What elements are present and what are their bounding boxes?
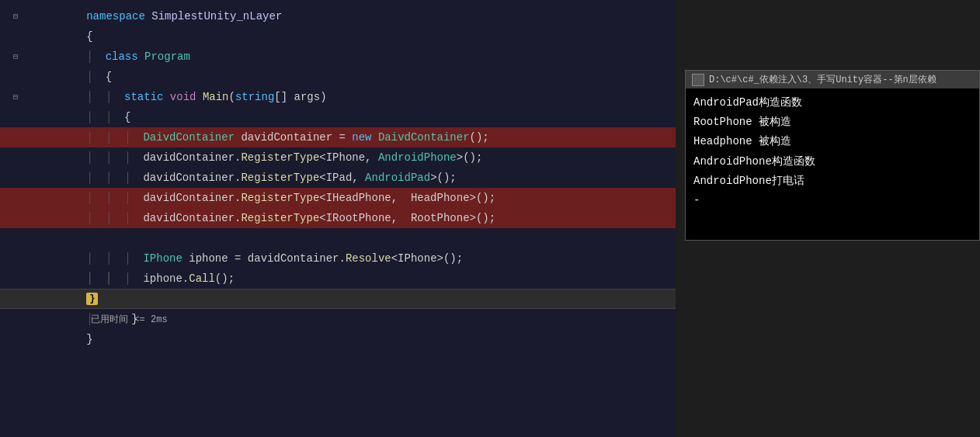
output-titlebar: D:\c#\c#_依赖注入\3、手写Unity容器--第n层依赖 (686, 71, 979, 88)
code-line-11: │││davidContainer.RegisterType<IRootPhon… (0, 208, 676, 228)
collapse-5[interactable]: ⊟ (13, 92, 18, 102)
output-content: AndroidPad构造函数 RootPhone 被构造 Headphone 被… (686, 88, 979, 215)
output-line-2: RootPhone 被构造 (693, 113, 971, 132)
output-line-3: Headphone 被构造 (693, 132, 971, 151)
gutter-5: ⊟ (0, 92, 31, 102)
output-line-5: AndroidPhone打电话 (693, 172, 971, 191)
editor-area: ⊟ namespace SimplestUnity_nLayer { ⊟ │cl… (0, 0, 676, 437)
output-icon (692, 74, 704, 86)
code-line-17: } (0, 329, 676, 349)
gutter-1: ⊟ (0, 12, 31, 21)
output-cursor: - (693, 191, 971, 210)
gutter-3: ⊟ (0, 52, 31, 61)
output-line-1: AndroidPad构造函数 (693, 93, 971, 113)
code-container: ⊟ namespace SimplestUnity_nLayer { ⊟ │cl… (0, 0, 676, 355)
collapse-1[interactable]: ⊟ (13, 12, 18, 21)
line-content-17: } (31, 309, 676, 369)
output-title: D:\c#\c#_依赖注入\3、手写Unity容器--第n层依赖 (709, 73, 937, 86)
output-panel: D:\c#\c#_依赖注入\3、手写Unity容器--第n层依赖 Android… (685, 70, 980, 241)
collapse-3[interactable]: ⊟ (13, 52, 18, 61)
output-line-4: AndroidPhone构造函数 (693, 152, 971, 172)
